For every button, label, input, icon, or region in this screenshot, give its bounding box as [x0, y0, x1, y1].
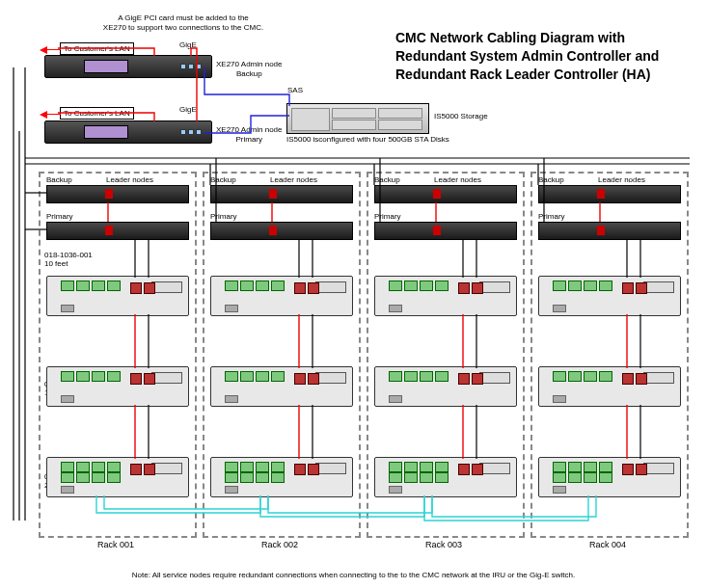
r3-leader-primary: [374, 222, 517, 240]
r2-switch-1: [210, 276, 353, 316]
title-line-2: Redundant System Admin Controller and: [395, 48, 659, 64]
r1-switch-1: [46, 276, 189, 316]
rack-label-4: Rack 004: [540, 540, 675, 549]
footnote: Note: All service nodes require redundan…: [0, 571, 707, 579]
r1-primary-label: Primary: [46, 212, 73, 222]
title-line-3: Redundant Rack Leader Controller (HA): [395, 67, 650, 82]
r4-leader-primary: [538, 222, 681, 240]
title-line-1: CMC Network Cabling Diagram with: [395, 30, 625, 45]
r3-leader-label: Leader nodes: [434, 175, 481, 185]
r2-switch-2: [210, 366, 353, 407]
r1-backup-label: Backup: [46, 175, 72, 185]
cable-1036: 018-1036-001 10 feet: [44, 251, 93, 268]
pci-note: A GigE PCI card must be added to the XE2…: [87, 13, 280, 32]
r1-switch-2: [46, 366, 189, 407]
admin-node-backup: [44, 55, 212, 78]
to-customer-lan-backup: To Customer's LAN: [60, 42, 134, 55]
diagram-title: CMC Network Cabling Diagram with Redunda…: [395, 29, 659, 84]
r4-primary-label: Primary: [538, 212, 565, 222]
r2-primary-label: Primary: [210, 212, 237, 222]
r3-switch-1: [374, 276, 517, 316]
r3-primary-label: Primary: [374, 212, 401, 222]
r4-switch-1: [538, 276, 681, 316]
rack-label-3: Rack 003: [376, 540, 511, 549]
sas-label: SAS: [287, 86, 303, 95]
admin-primary-label: XE270 Admin node Primary: [216, 125, 283, 144]
r2-leader-primary: [210, 222, 353, 240]
r2-leader-backup: [210, 185, 353, 203]
r3-switch-2: [374, 366, 517, 407]
r1-switch-3: [46, 457, 189, 497]
r4-switch-2: [538, 366, 681, 407]
r1-leader-backup: [46, 185, 189, 203]
r3-leader-backup: [374, 185, 517, 203]
r1-leader-primary: [46, 222, 189, 240]
r3-switch-3: [374, 457, 517, 497]
r4-leader-backup: [538, 185, 681, 203]
rack-label-1: Rack 001: [48, 540, 183, 549]
gige-label-2: GigE: [179, 105, 197, 115]
admin-backup-label: XE270 Admin node Backup: [216, 60, 283, 78]
r3-backup-label: Backup: [374, 175, 400, 185]
to-customer-lan-primary: To Customer's LAN: [60, 107, 134, 120]
gige-label-1: GigE: [179, 40, 197, 50]
r4-backup-label: Backup: [538, 175, 564, 185]
r2-leader-label: Leader nodes: [270, 175, 317, 185]
r1-leader-label: Leader nodes: [106, 175, 153, 185]
is5000-storage: [286, 103, 429, 134]
rack-label-2: Rack 002: [212, 540, 347, 549]
storage-name: IS5000 Storage: [434, 112, 488, 121]
r2-switch-3: [210, 457, 353, 497]
r4-switch-3: [538, 457, 681, 497]
r4-leader-label: Leader nodes: [598, 175, 645, 185]
admin-node-primary: [44, 120, 212, 144]
storage-config: IS5000 isconfigured with four 500GB STA …: [286, 135, 449, 145]
r2-backup-label: Backup: [210, 175, 236, 185]
